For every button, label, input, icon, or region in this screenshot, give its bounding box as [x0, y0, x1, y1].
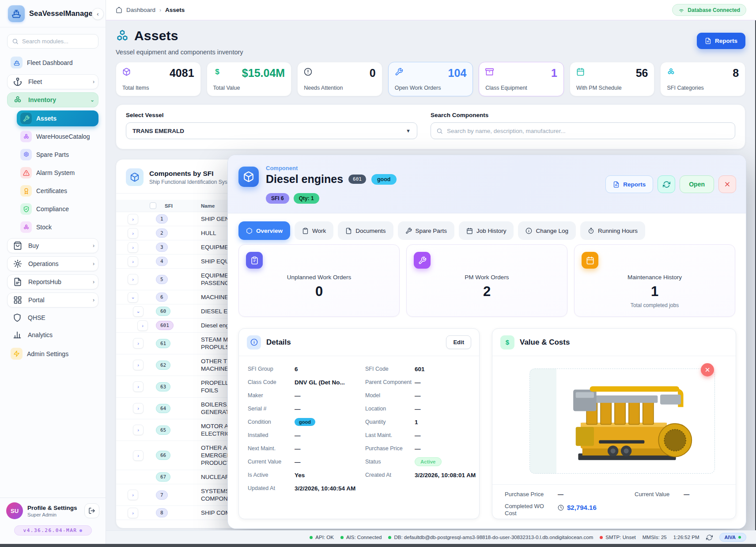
boxes-icon	[13, 95, 22, 104]
chevron-down-icon: ▼	[406, 128, 411, 133]
select-all-checkbox[interactable]	[150, 202, 156, 209]
delete-image-button[interactable]	[701, 363, 714, 376]
sidebar-item-admin-settings[interactable]: Admin Settings	[7, 345, 98, 362]
expand-row-button[interactable]: ›	[133, 381, 144, 392]
stat-total-items[interactable]: 4081 Total Items	[116, 62, 201, 96]
breadcrumb-current: Assets	[165, 7, 185, 13]
sidebar-item-label: Buy	[28, 242, 39, 249]
chevron-right-icon: ›	[93, 243, 94, 249]
modal-header: Component Diesel engines 601 good SFI 6 …	[228, 155, 746, 213]
modal-reports-button[interactable]: Reports	[605, 175, 653, 193]
collapse-row-button[interactable]: ⌄	[133, 306, 144, 317]
module-search-input[interactable]	[22, 38, 88, 45]
detail-value: —	[415, 432, 421, 439]
breadcrumb-dashboard[interactable]: Dashboard	[126, 7, 155, 13]
sidebar-item-alarm-system[interactable]: Alarm System	[17, 165, 98, 181]
purchase-price-label: Purchase Price	[505, 491, 547, 498]
component-search-input[interactable]	[447, 128, 730, 134]
expand-row-button[interactable]: ›	[128, 214, 138, 224]
sidebar-item-assets[interactable]: Assets	[17, 110, 98, 126]
sidebar-item-reportshub[interactable]: ReportsHub ›	[7, 274, 98, 289]
pm-work-orders-card[interactable]: PM Work Orders 2	[406, 244, 567, 317]
stat-class-equipment[interactable]: 1 Class Equipment	[479, 62, 564, 96]
status-smtp: SMTP: Unset	[600, 535, 635, 540]
sidebar-item-compliance[interactable]: Compliance	[17, 201, 98, 217]
expand-row-button[interactable]: ›	[128, 228, 138, 239]
expand-row-button[interactable]: ›	[133, 425, 144, 435]
sidebar-item-inventory[interactable]: Inventory ⌄	[7, 92, 98, 107]
refresh-icon[interactable]	[706, 534, 713, 541]
open-button[interactable]: Open	[680, 175, 714, 193]
detail-label: SFI Group	[248, 366, 295, 372]
sidebar-item-label: ReportsHub	[28, 278, 61, 285]
stat-needs-attention[interactable]: 0 Needs Attention	[297, 62, 382, 96]
sidebar-item-certificates[interactable]: Certificates	[17, 183, 98, 199]
vessel-select[interactable]: TRANS EMERALD ▼	[126, 122, 417, 139]
edit-button[interactable]: Edit	[446, 335, 471, 349]
wrench-icon	[414, 252, 431, 269]
sidebar-search[interactable]	[7, 34, 98, 49]
sidebar-item-operations[interactable]: Operations ›	[7, 256, 98, 271]
sidebar-collapse-button[interactable]: ‹	[92, 8, 104, 20]
completed-wo-cost-value: $2,794.16	[558, 504, 597, 511]
sidebar-item-spare-parts[interactable]: Spare Parts	[17, 147, 98, 163]
status-badge: Active	[415, 457, 442, 466]
sidebar-item-stock[interactable]: Stock	[17, 219, 98, 235]
stat-sfi-categories[interactable]: 8 SFI Categories	[660, 62, 745, 96]
page-subtitle: Vessel equipment and components inventor…	[116, 49, 243, 56]
info-icon	[247, 335, 261, 349]
reports-button[interactable]: Reports	[697, 33, 745, 49]
component-search[interactable]	[431, 122, 735, 139]
stat-open-work-orders[interactable]: 104 Open Work Orders	[388, 62, 473, 96]
profile-role: Super Admin	[27, 512, 77, 517]
collapse-row-button[interactable]: ⌄	[128, 292, 138, 303]
sidebar-item-warehousecatalog[interactable]: WareHouseCatalog	[17, 129, 98, 144]
sidebar-item-buy[interactable]: Buy ›	[7, 238, 98, 253]
tab-overview[interactable]: Overview	[238, 221, 290, 240]
green-dot-icon	[340, 536, 344, 539]
logout-button[interactable]	[84, 503, 99, 518]
tab-documents[interactable]: Documents	[338, 221, 393, 240]
sidebar-item-label: Spare Parts	[36, 151, 69, 158]
close-button[interactable]	[718, 175, 736, 193]
sidebar-item-qhse[interactable]: QHSE	[7, 311, 98, 325]
expand-row-button[interactable]: ›	[128, 490, 138, 500]
expand-row-button[interactable]: ›	[133, 338, 144, 349]
sidebar-item-analytics[interactable]: Analytics	[7, 328, 98, 342]
sidebar-item-fleet-dashboard[interactable]: Fleet Dashboard	[7, 54, 98, 71]
tab-change-log[interactable]: Change Log	[518, 221, 576, 240]
stat-total-value[interactable]: $ $15.04M Total Value	[207, 62, 292, 96]
expand-row-button[interactable]: ›	[133, 360, 144, 370]
unplanned-work-orders-card[interactable]: Unplanned Work Orders 0	[238, 244, 400, 317]
sidebar-item-portal[interactable]: Portal ›	[7, 292, 98, 308]
detail-value: 601	[415, 366, 425, 372]
tab-running-hours[interactable]: Running Hours	[580, 221, 645, 240]
maintenance-history-card[interactable]: Maintenance History 1 Total completed jo…	[574, 244, 735, 317]
clock-icon	[558, 505, 564, 511]
details-row: Serial #—Location—	[248, 402, 470, 415]
expand-row-button[interactable]: ›	[128, 242, 138, 253]
profile-settings[interactable]: SU Profile & Settings Super Admin	[6, 502, 99, 519]
status-time: 1:26:52 PM	[673, 535, 699, 540]
detail-label: Created At	[365, 472, 415, 478]
expand-row-button[interactable]: ›	[137, 320, 148, 331]
tab-job-history[interactable]: Job History	[459, 221, 514, 240]
expand-row-button[interactable]: ›	[133, 450, 144, 461]
sidebar-item-fleet[interactable]: Fleet ›	[7, 74, 98, 89]
aiva-badge[interactable]: AIVA	[719, 533, 746, 542]
expand-row-button[interactable]: ›	[128, 508, 138, 518]
expand-row-button[interactable]: ›	[128, 256, 138, 267]
tab-spare-parts[interactable]: Spare Parts	[398, 221, 454, 240]
stat-with-pm-schedule[interactable]: 56 With PM Schedule	[570, 62, 655, 96]
refresh-button[interactable]	[658, 175, 675, 193]
tab-work[interactable]: Work	[295, 221, 333, 240]
detail-label: Serial #	[248, 406, 295, 412]
details-row: Class CodeDNV GL (Det No...Parent Compon…	[248, 376, 470, 389]
breadcrumb: Dashboard › Assets	[116, 7, 185, 13]
sfi-panel-subtitle: Ship Functional Identification System	[149, 179, 236, 185]
detail-value: —	[415, 392, 421, 399]
expand-row-button[interactable]: ›	[128, 274, 138, 285]
details-row: Installed—Last Maint.—	[248, 429, 470, 442]
detail-value: —	[295, 392, 361, 399]
expand-row-button[interactable]: ›	[133, 403, 144, 414]
